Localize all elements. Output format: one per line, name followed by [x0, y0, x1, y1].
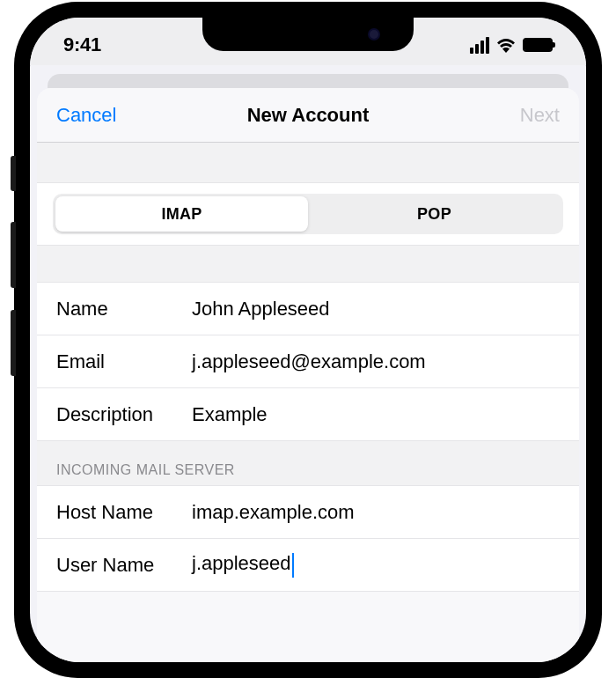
battery-icon: [523, 38, 553, 52]
username-row[interactable]: User Name j.appleseed: [37, 539, 579, 592]
email-row[interactable]: Email j.appleseed@example.com: [37, 335, 579, 388]
username-label: User Name: [56, 554, 192, 577]
incoming-server-section-header: INCOMING MAIL SERVER: [37, 441, 579, 486]
segment-imap[interactable]: IMAP: [55, 196, 308, 232]
segment-pop[interactable]: POP: [308, 196, 561, 232]
name-row[interactable]: Name John Appleseed: [37, 283, 579, 335]
volume-up-button: [11, 222, 16, 288]
status-time: 9:41: [63, 33, 101, 56]
cancel-button[interactable]: Cancel: [56, 104, 136, 127]
description-row[interactable]: Description Example: [37, 388, 579, 441]
modal-sheet: Cancel New Account Next IMAP POP Name Jo…: [37, 88, 579, 662]
email-field[interactable]: j.appleseed@example.com: [192, 350, 560, 373]
section-spacer: [37, 246, 579, 283]
name-label: Name: [56, 298, 192, 321]
front-camera-icon: [368, 28, 380, 41]
device-notch: [202, 18, 414, 51]
phone-screen: 9:41 Cancel New Account Next: [30, 18, 586, 662]
text-cursor-icon: [292, 553, 295, 578]
hostname-field[interactable]: imap.example.com: [192, 501, 560, 524]
hostname-label: Host Name: [56, 501, 192, 524]
navigation-bar: Cancel New Account Next: [37, 88, 579, 143]
wifi-icon: [495, 37, 517, 53]
cellular-signal-icon: [470, 37, 489, 54]
name-field[interactable]: John Appleseed: [192, 298, 560, 321]
volume-down-button: [11, 310, 16, 376]
email-label: Email: [56, 350, 192, 373]
account-type-segmented-control: IMAP POP: [53, 194, 563, 234]
username-field[interactable]: j.appleseed: [192, 552, 560, 577]
segmented-control-wrapper: IMAP POP: [37, 183, 579, 246]
hostname-row[interactable]: Host Name imap.example.com: [37, 486, 579, 539]
username-value-text: j.appleseed: [192, 552, 291, 574]
description-field[interactable]: Example: [192, 403, 560, 426]
phone-device-frame: 9:41 Cancel New Account Next: [14, 2, 602, 678]
page-title: New Account: [136, 104, 480, 127]
section-spacer: [37, 143, 579, 183]
next-button[interactable]: Next: [480, 104, 560, 127]
status-icons: [470, 37, 553, 54]
mute-switch: [11, 156, 16, 191]
description-label: Description: [56, 403, 192, 426]
